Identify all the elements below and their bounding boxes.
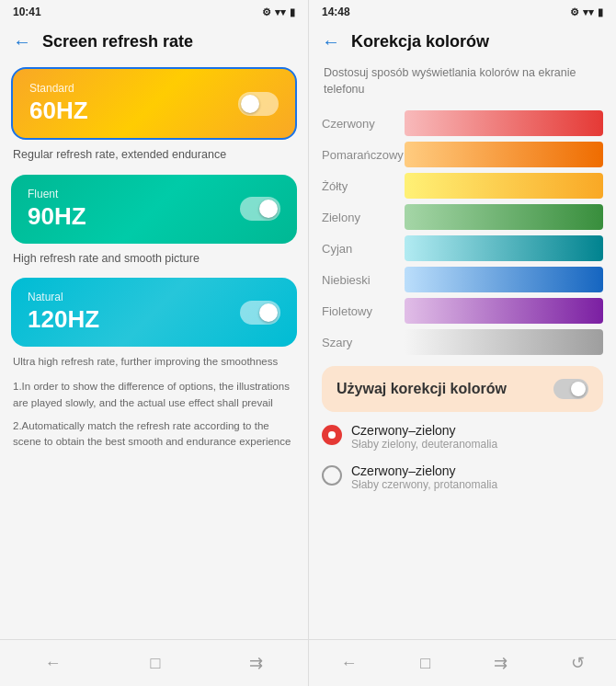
color-bar-gray	[405, 329, 603, 355]
left-nav-back[interactable]: ←	[27, 650, 80, 677]
color-row-blue: Niebieski	[322, 267, 603, 292]
left-nav-home[interactable]: □	[132, 650, 179, 677]
right-bottom-nav: ← □ ⇉ ↺	[309, 639, 616, 686]
color-label-violet: Fioletowy	[322, 304, 405, 318]
radio-text-1: Czerwony–zielony Słaby czerwony, protano…	[351, 463, 497, 491]
color-label-orange: Pomarańczowy	[322, 148, 405, 162]
color-label-gray: Szary	[322, 336, 405, 349]
right-content: Dostosuj sposób wyświetlania kolorów na …	[309, 62, 616, 639]
radio-sub-0: Słaby zielony, deuteranomalia	[351, 438, 497, 451]
color-label-red: Czerwony	[322, 117, 405, 131]
color-label-green: Zielony	[322, 211, 405, 224]
color-bar-blue	[405, 267, 603, 292]
color-bar-orange	[405, 142, 603, 167]
right-nav-recents[interactable]: ⇉	[475, 649, 526, 677]
right-page-title: Korekcja kolorów	[351, 32, 489, 51]
right-status-icons: ⚙ ▾▾ ▮	[570, 6, 603, 18]
color-row-green: Zielony	[322, 204, 603, 230]
left-page-title: Screen refresh rate	[42, 32, 193, 51]
left-status-icons: ⚙ ▾▾ ▮	[262, 6, 295, 18]
right-battery-icon: ▮	[598, 6, 603, 18]
right-status-bar: 14:48 ⚙ ▾▾ ▮	[309, 0, 616, 24]
card-120hz-label: Natural	[28, 291, 280, 303]
right-back-button[interactable]: ←	[322, 31, 340, 52]
color-label-cyan: Cyjan	[322, 242, 405, 256]
use-correction-label: Używaj korekcji kolorów	[337, 381, 507, 397]
card-120hz[interactable]: Natural 120HZ	[11, 278, 297, 347]
radio-inner-0	[328, 431, 336, 439]
left-nav-recents[interactable]: ⇉	[231, 649, 281, 677]
radio-circle-1[interactable]	[322, 465, 342, 486]
card-120hz-toggle[interactable]	[240, 301, 280, 325]
right-subtitle: Dostosuj sposób wyświetlania kolorów na …	[322, 65, 603, 97]
info-line-2: 2.Automatically match the refresh rate a…	[11, 418, 297, 451]
left-header: ← Screen refresh rate	[0, 24, 308, 62]
radio-circle-0[interactable]	[322, 425, 342, 445]
color-bar-yellow	[405, 173, 603, 199]
card-90hz-knob	[259, 200, 278, 218]
right-time: 14:48	[322, 6, 350, 18]
color-row-red: Czerwony	[322, 110, 603, 136]
radio-sub-1: Słaby czerwony, protanomalia	[351, 478, 497, 491]
use-correction-knob	[571, 382, 586, 396]
left-content: Standard 60HZ Regular refresh rate, exte…	[0, 62, 308, 639]
radio-title-0: Czerwony–zielony	[351, 423, 497, 438]
color-bar-violet	[405, 298, 603, 324]
right-settings-icon: ⚙	[570, 6, 579, 18]
use-correction-toggle[interactable]	[553, 379, 588, 399]
card-60hz-toggle[interactable]	[238, 92, 279, 116]
color-label-yellow: Żółty	[322, 179, 405, 193]
card-90hz-toggle[interactable]	[240, 197, 280, 221]
color-bar-green	[405, 204, 603, 230]
color-row-cyan: Cyjan	[322, 235, 603, 261]
card-90hz-label: Fluent	[28, 188, 280, 200]
left-back-button[interactable]: ←	[13, 31, 31, 52]
use-correction-box[interactable]: Używaj korekcji kolorów	[322, 366, 603, 412]
color-label-blue: Niebieski	[322, 273, 405, 287]
card-60hz-label: Standard	[29, 82, 279, 95]
card-60hz-knob	[241, 95, 259, 113]
radio-option-1[interactable]: Czerwony–zielony Słaby czerwony, protano…	[322, 463, 603, 491]
card-90hz-desc: High refresh rate and smooth picture	[11, 251, 297, 268]
color-rows-container: Czerwony Pomarańczowy Żółty Zielony Cyja…	[322, 110, 603, 355]
info-line-1: 1.In order to show the difference of opt…	[11, 379, 297, 411]
radio-title-1: Czerwony–zielony	[351, 463, 497, 478]
card-90hz[interactable]: Fluent 90HZ	[11, 175, 297, 244]
right-header: ← Korekcja kolorów	[309, 24, 616, 62]
right-nav-back[interactable]: ←	[322, 650, 375, 677]
left-time: 10:41	[13, 6, 41, 18]
left-status-bar: 10:41 ⚙ ▾▾ ▮	[0, 0, 308, 24]
wifi-icon: ▾▾	[275, 6, 286, 18]
color-row-orange: Pomarańczowy	[322, 142, 603, 167]
left-bottom-nav: ← □ ⇉	[0, 639, 308, 686]
card-60hz-desc: Regular refresh rate, extended endurance	[11, 147, 297, 164]
color-bar-cyan	[405, 235, 603, 261]
radio-option-0[interactable]: Czerwony–zielony Słaby zielony, deuteran…	[322, 423, 603, 451]
color-bar-red	[405, 110, 603, 136]
right-wifi-icon: ▾▾	[583, 6, 594, 18]
card-60hz[interactable]: Standard 60HZ	[11, 67, 297, 140]
card-120hz-knob	[259, 303, 278, 322]
color-row-gray: Szary	[322, 329, 603, 355]
color-row-violet: Fioletowy	[322, 298, 603, 324]
right-nav-home[interactable]: □	[402, 650, 449, 677]
radio-text-0: Czerwony–zielony Słaby zielony, deuteran…	[351, 423, 497, 451]
info-line-0: Ultra high refresh rate, further improvi…	[11, 354, 297, 370]
left-panel: 10:41 ⚙ ▾▾ ▮ ← Screen refresh rate Stand…	[0, 0, 308, 686]
settings-icon: ⚙	[262, 6, 271, 18]
battery-icon: ▮	[290, 6, 295, 18]
right-nav-refresh[interactable]: ↺	[553, 649, 603, 677]
color-row-yellow: Żółty	[322, 173, 603, 199]
right-panel: 14:48 ⚙ ▾▾ ▮ ← Korekcja kolorów Dostosuj…	[308, 0, 616, 686]
